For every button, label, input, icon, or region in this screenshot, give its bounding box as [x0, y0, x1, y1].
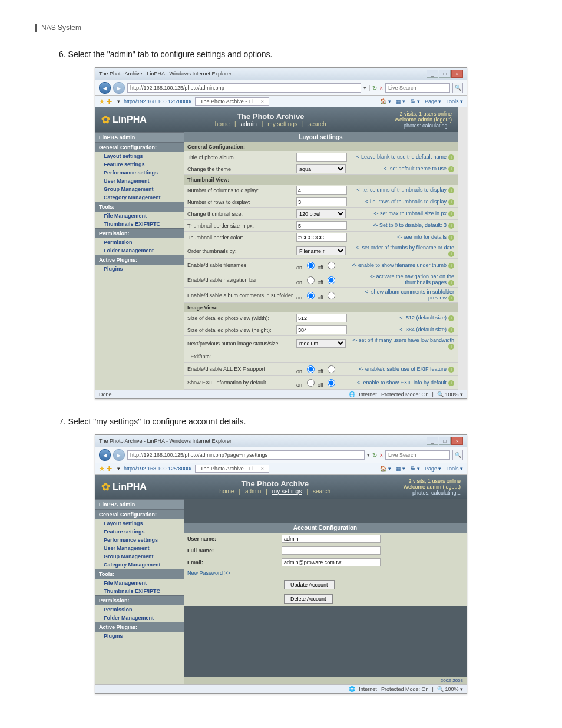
nav-home[interactable]: home — [215, 121, 230, 127]
sidebar-item-feature[interactable]: Feature settings — [95, 160, 184, 169]
maximize-icon[interactable]: □ — [439, 70, 451, 78]
sidebar-item-category-mgmt[interactable]: Category Management — [95, 561, 184, 569]
address-bar[interactable]: http://192.168.100.125/photo/admin.php — [127, 83, 361, 93]
sidebar-item-thumbs[interactable]: Thumbnails EXIF/IPTC — [95, 587, 184, 595]
search-input[interactable]: Live Search — [385, 83, 450, 93]
page-menu[interactable]: Page ▾ — [425, 466, 442, 472]
sidebar-item-permission[interactable]: Permission — [95, 238, 184, 246]
user-name-input[interactable] — [282, 535, 381, 543]
minimize-icon[interactable]: _ — [427, 437, 438, 445]
sidebar-item-layout[interactable]: Layout settings — [95, 519, 184, 528]
sharepoint-link[interactable]: http://192.168.100.125:8000/ — [124, 98, 191, 104]
rows-input[interactable] — [296, 197, 347, 206]
sidebar-item-layout[interactable]: Layout settings — [95, 152, 184, 160]
favorites-icon[interactable]: ★ — [99, 465, 105, 473]
address-bar[interactable]: http://192.168.100.125/photo/admin.php?p… — [127, 450, 365, 460]
bcolor-input[interactable] — [296, 233, 347, 242]
sidebar-item-file-mgmt[interactable]: File Management — [95, 579, 184, 587]
sidebar-item-thumbs[interactable]: Thumbnails EXIF/IPTC — [95, 220, 184, 228]
border-input[interactable] — [296, 221, 347, 230]
sidebar-item-plugins[interactable]: Plugins — [95, 632, 184, 640]
navbar-on[interactable] — [307, 276, 315, 284]
nav-admin[interactable]: admin — [245, 488, 261, 495]
refresh-icon[interactable]: ↻ — [372, 452, 377, 459]
sidebar-item-file-mgmt[interactable]: File Management — [95, 212, 184, 220]
search-icon[interactable]: 🔍 — [452, 83, 463, 93]
width-input[interactable] — [296, 314, 347, 322]
update-account-button[interactable]: Update Account — [284, 580, 335, 589]
sidebar-item-feature[interactable]: Feature settings — [95, 528, 184, 536]
tools-menu[interactable]: Tools ▾ — [446, 98, 463, 104]
forward-icon[interactable]: ► — [113, 82, 125, 94]
home-icon[interactable]: 🏠 ▾ — [380, 98, 391, 104]
comments-off[interactable] — [328, 292, 335, 299]
search-icon[interactable]: 🔍 — [452, 450, 463, 460]
feeds-icon[interactable]: ▦ ▾ — [396, 98, 406, 104]
nav-admin[interactable]: admin — [240, 121, 256, 127]
sharepoint-link[interactable]: http://192.168.100.125:8000/ — [124, 466, 191, 472]
exifdef-off[interactable] — [328, 379, 335, 387]
fname-off[interactable] — [328, 262, 335, 269]
print-icon[interactable]: 🖶 ▾ — [410, 466, 420, 472]
stop-icon[interactable]: × — [379, 85, 383, 91]
nav-search[interactable]: search — [309, 121, 326, 127]
cols-input[interactable] — [296, 186, 347, 195]
forward-icon[interactable]: ► — [113, 449, 125, 461]
new-password-link[interactable]: New Password >> — [187, 570, 282, 576]
stop-icon[interactable]: × — [379, 452, 383, 459]
email-input[interactable] — [282, 558, 381, 566]
thumbsize-select[interactable]: 120 pixel — [296, 209, 346, 218]
add-favorite-icon[interactable]: ✚ — [107, 98, 112, 106]
delete-account-button[interactable]: Delete Account — [284, 594, 333, 604]
exifsup-on[interactable] — [307, 365, 315, 373]
scrollbar[interactable] — [458, 107, 467, 390]
theme-select[interactable]: aqua — [296, 164, 346, 173]
browser-tab[interactable]: The Photo Archive - Li... × — [195, 465, 269, 473]
nav-mysettings[interactable]: my settings — [272, 488, 302, 495]
exifdef-on[interactable] — [307, 379, 315, 387]
minimize-icon[interactable]: _ — [427, 70, 438, 78]
zoom-level[interactable]: 🔍 100% ▾ — [437, 391, 463, 397]
sidebar-item-folder-mgmt[interactable]: Folder Management — [95, 614, 184, 622]
title-input[interactable] — [296, 153, 347, 162]
tab-close-icon[interactable]: × — [261, 466, 264, 472]
home-icon[interactable]: 🏠 ▾ — [380, 466, 391, 472]
zoom-level[interactable]: 🔍 100% ▾ — [437, 686, 463, 692]
comments-on[interactable] — [307, 292, 315, 299]
sidebar-item-performance[interactable]: Performance settings — [95, 536, 184, 544]
tab-close-icon[interactable]: × — [261, 98, 264, 104]
sidebar-item-group-mgmt[interactable]: Group Management — [95, 185, 184, 193]
nav-home[interactable]: home — [219, 488, 234, 495]
exifsup-off[interactable] — [328, 365, 335, 373]
sidebar-item-permission[interactable]: Permission — [95, 605, 184, 614]
browser-tab[interactable]: The Photo Archive - Li... × — [195, 97, 269, 106]
feeds-icon[interactable]: ▦ ▾ — [396, 466, 406, 472]
back-icon[interactable]: ◄ — [99, 82, 111, 94]
nextprev-select[interactable]: medium — [296, 339, 346, 348]
nav-mysettings[interactable]: my settings — [267, 121, 297, 127]
help-icon[interactable]: i — [448, 154, 454, 160]
close-icon[interactable]: × — [451, 437, 463, 445]
height-input[interactable] — [296, 325, 347, 334]
sidebar-item-user-mgmt[interactable]: User Management — [95, 544, 184, 552]
back-icon[interactable]: ◄ — [99, 449, 111, 461]
order-select[interactable]: Filename ↑ — [296, 246, 346, 255]
full-name-input[interactable] — [282, 546, 381, 555]
favorites-icon[interactable]: ★ — [99, 98, 105, 106]
refresh-icon[interactable]: ↻ — [372, 85, 377, 91]
add-favorite-icon[interactable]: ✚ — [107, 465, 112, 473]
tools-menu[interactable]: Tools ▾ — [446, 466, 463, 472]
sidebar-item-user-mgmt[interactable]: User Management — [95, 177, 184, 185]
sidebar-item-group-mgmt[interactable]: Group Management — [95, 552, 184, 561]
search-input[interactable]: Live Search — [385, 450, 450, 460]
fname-on[interactable] — [307, 262, 315, 269]
sidebar-item-performance[interactable]: Performance settings — [95, 169, 184, 177]
sidebar-item-plugins[interactable]: Plugins — [95, 265, 184, 273]
navbar-off[interactable] — [328, 276, 335, 284]
nav-search[interactable]: search — [313, 488, 330, 495]
sidebar-item-folder-mgmt[interactable]: Folder Management — [95, 246, 184, 255]
close-icon[interactable]: × — [451, 70, 463, 78]
maximize-icon[interactable]: □ — [439, 437, 451, 445]
sidebar-item-category-mgmt[interactable]: Category Management — [95, 193, 184, 202]
page-menu[interactable]: Page ▾ — [425, 98, 442, 104]
